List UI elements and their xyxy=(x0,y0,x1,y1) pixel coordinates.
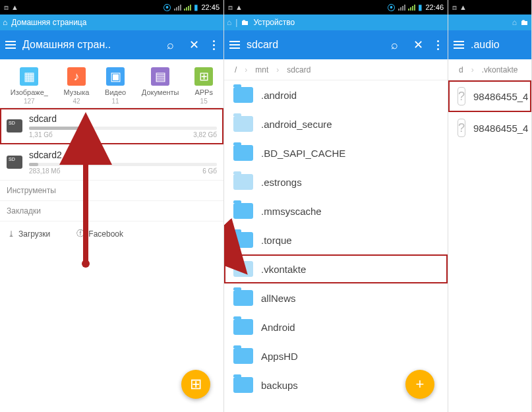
menu-icon[interactable] xyxy=(229,41,240,49)
breadcrumb-seg[interactable]: mnt xyxy=(250,65,274,74)
category-label: Документы xyxy=(142,88,179,96)
folder-name: .torque xyxy=(261,235,292,246)
section-tools: Инструменты xyxy=(0,181,223,201)
folder-row[interactable]: .android_secure xyxy=(224,109,448,138)
page-title: .audio xyxy=(471,39,526,51)
file-list: ?98486455_4?98486455_4 xyxy=(448,80,531,412)
category-label: Изображе_ xyxy=(11,88,48,96)
tab-bar: ⌂ | 🖿 Устройство xyxy=(224,15,448,30)
category-item[interactable]: ▦Изображе_127 xyxy=(11,67,48,105)
folder-name: .vkontakte xyxy=(261,264,306,275)
signal-icon-2 xyxy=(408,4,415,11)
breadcrumb-seg[interactable]: sdcard xyxy=(281,65,316,74)
tab-bar: ⌂ 🖿 xyxy=(448,15,531,30)
storage-used: 283,18 Mб xyxy=(29,167,60,175)
folder-icon xyxy=(233,348,253,364)
statusbar: ⧈ ▲ ⦿ ▮ 22:46 xyxy=(224,0,448,15)
section-bookmarks: Закладки xyxy=(0,201,223,221)
breadcrumb-seg[interactable]: / xyxy=(229,65,242,74)
storage-list: sdcard 1,31 Gб3,82 Gб sdcard2 283,18 Mб6… xyxy=(0,108,223,181)
folder-icon: 🖿 xyxy=(521,18,529,27)
folder-icon xyxy=(233,290,253,306)
file-row[interactable]: ?98486455_4 xyxy=(448,112,531,144)
panel-audio: ⧈ ▲ ⌂ 🖿 .audio d › .vkontakte ?98486455_… xyxy=(448,0,532,412)
folder-row[interactable]: .estrongs xyxy=(224,167,448,196)
file-name: 98486455_4 xyxy=(473,123,528,134)
more-icon[interactable] xyxy=(433,40,442,50)
folder-icon xyxy=(233,116,253,132)
chevron-right-icon: › xyxy=(276,65,279,74)
folder-name: .mmsyscache xyxy=(261,206,322,217)
folder-name: .estrongs xyxy=(261,177,302,188)
bookmarks-row: ⤓Загрузки ⓕFacebook xyxy=(0,221,223,246)
notif-icon: ⧈ xyxy=(228,3,233,12)
breadcrumb: /›mnt›sdcard xyxy=(224,59,448,80)
category-icon: ▤ xyxy=(151,67,169,86)
folder-row[interactable]: .BD_SAPI_CACHE xyxy=(224,138,448,167)
folder-icon: 🖿 xyxy=(241,18,249,27)
menu-icon[interactable] xyxy=(454,41,464,49)
folder-row[interactable]: .torque xyxy=(224,225,448,254)
category-icon: ♪ xyxy=(67,67,86,86)
folder-row[interactable]: allNews xyxy=(224,283,448,312)
tab-home[interactable]: Домашняя страница xyxy=(11,18,86,27)
sdcard-icon xyxy=(7,156,22,169)
folder-name: .android xyxy=(261,90,297,101)
folder-icon xyxy=(233,377,253,393)
svg-point-1 xyxy=(82,260,90,268)
folder-icon xyxy=(233,319,253,335)
link-downloads[interactable]: ⤓Загрузки xyxy=(8,228,50,239)
category-icon: ⊞ xyxy=(194,67,213,86)
breadcrumb-seg[interactable]: .vkontakte xyxy=(477,65,523,74)
app-header: Домашняя стран.. ⌕ ✕ xyxy=(0,30,223,59)
chevron-right-icon: › xyxy=(245,65,247,74)
storage-item[interactable]: sdcard 1,31 Gб3,82 Gб xyxy=(0,108,223,144)
category-count: 42 xyxy=(64,98,90,105)
sdcard-icon xyxy=(7,119,22,132)
category-count: 127 xyxy=(11,98,48,105)
storage-name: sdcard2 xyxy=(29,150,217,160)
folder-name: Android xyxy=(261,322,295,333)
category-count: 15 xyxy=(194,98,213,105)
link-facebook[interactable]: ⓕFacebook xyxy=(76,228,123,239)
notif-icon: ⧈ xyxy=(4,3,9,12)
wifi-icon: ⦿ xyxy=(387,3,396,13)
folder-icon xyxy=(233,203,253,219)
folder-icon xyxy=(233,145,253,161)
category-label: Музыка xyxy=(64,88,90,96)
tab-device[interactable]: Устройство xyxy=(253,18,295,27)
category-row: ▦Изображе_127♪Музыка42▣Видео11▤Документы… xyxy=(0,59,223,108)
page-title: sdcard xyxy=(247,39,379,51)
storage-total: 3,82 Gб xyxy=(193,131,217,138)
clock: 22:46 xyxy=(425,3,444,11)
category-item[interactable]: ⊞APPs15 xyxy=(194,67,213,105)
folder-list: .android.android_secure.BD_SAPI_CACHE.es… xyxy=(224,80,448,412)
category-item[interactable]: ♪Музыка42 xyxy=(64,67,90,105)
search-icon[interactable]: ⌕ xyxy=(386,38,403,52)
file-row[interactable]: ?98486455_4 xyxy=(448,80,531,112)
close-icon[interactable]: ✕ xyxy=(185,38,202,52)
warning-icon: ▲ xyxy=(459,3,467,11)
panel-device: ⧈ ▲ ⦿ ▮ 22:46 ⌂ | 🖿 Устройство sdcard ⌕ … xyxy=(224,0,448,412)
menu-icon[interactable] xyxy=(5,41,16,49)
fab-add-button[interactable]: + xyxy=(405,370,434,399)
folder-row[interactable]: .mmsyscache xyxy=(224,196,448,225)
category-icon: ▣ xyxy=(106,67,125,86)
statusbar: ⧈ ▲ xyxy=(448,0,531,15)
search-icon[interactable]: ⌕ xyxy=(162,38,179,52)
more-icon[interactable] xyxy=(209,40,218,50)
folder-row[interactable]: AppsHD xyxy=(224,341,448,370)
folder-row[interactable]: Android xyxy=(224,312,448,341)
category-item[interactable]: ▤Документы xyxy=(142,67,179,105)
folder-name: .BD_SAPI_CACHE xyxy=(261,148,345,159)
close-icon[interactable]: ✕ xyxy=(409,38,427,52)
category-item[interactable]: ▣Видео11 xyxy=(105,67,126,105)
statusbar: ⧈ ▲ ⦿ ▮ 22:45 xyxy=(0,0,223,15)
folder-row[interactable]: .android xyxy=(224,80,448,109)
breadcrumb-seg[interactable]: d xyxy=(454,65,469,74)
unknown-file-icon: ? xyxy=(458,119,465,137)
fab-button[interactable]: ⊞ xyxy=(181,370,210,399)
storage-item[interactable]: sdcard2 283,18 Mб6 Gб xyxy=(0,144,223,181)
folder-row[interactable]: .vkontakte xyxy=(224,254,448,283)
clock: 22:45 xyxy=(201,3,220,11)
